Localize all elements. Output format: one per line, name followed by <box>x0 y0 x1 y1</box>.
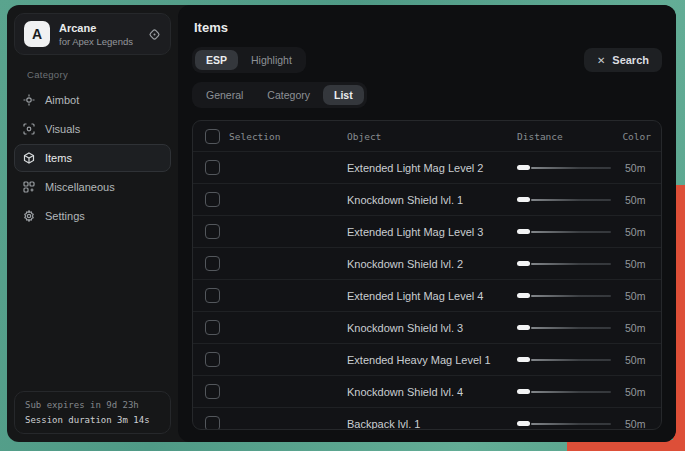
object-name: Extended Light Mag Level 3 <box>347 226 517 238</box>
slider-track <box>531 391 611 393</box>
row-select-cell <box>193 256 229 271</box>
color-cell <box>645 226 662 238</box>
row-checkbox[interactable] <box>205 288 220 303</box>
sidebar-item-label: Items <box>45 152 72 164</box>
app-window: A Arcane for Apex Legends Category Aimbo… <box>7 5 676 442</box>
table-row: Knockdown Shield lvl. 3 50m <box>193 311 661 343</box>
slider-thumb[interactable] <box>517 229 530 234</box>
tab-esp[interactable]: ESP <box>195 50 238 70</box>
slider-thumb[interactable] <box>517 261 530 266</box>
column-header-distance: Distance <box>517 131 615 142</box>
select-all-cell <box>193 129 229 144</box>
distance-slider[interactable] <box>517 195 611 205</box>
distance-slider[interactable] <box>517 323 611 333</box>
slider-thumb[interactable] <box>517 165 530 170</box>
sidebar-menu: Aimbot Visuals Items Miscellaneous <box>13 86 172 230</box>
slider-thumb[interactable] <box>517 357 530 362</box>
distance-slider[interactable] <box>517 291 611 301</box>
row-select-cell <box>193 320 229 335</box>
tab-highlight[interactable]: Highlight <box>240 50 303 70</box>
distance-slider[interactable] <box>517 163 611 173</box>
row-select-cell <box>193 352 229 367</box>
table-row: Backpack lvl. 1 50m <box>193 407 661 430</box>
distance-value: 50m <box>625 354 645 366</box>
row-select-cell <box>193 224 229 239</box>
object-name: Extended Heavy Mag Level 1 <box>347 354 517 366</box>
distance-value: 50m <box>625 162 645 174</box>
slider-thumb[interactable] <box>517 421 530 426</box>
distance-value: 50m <box>625 226 645 238</box>
crosshair-icon <box>23 94 35 106</box>
distance-cell: 50m <box>517 258 645 270</box>
row-checkbox[interactable] <box>205 224 220 239</box>
distance-value: 50m <box>625 258 645 270</box>
slider-track <box>531 295 611 297</box>
distance-slider[interactable] <box>517 259 611 269</box>
distance-slider[interactable] <box>517 419 611 429</box>
table-body: Extended Light Mag Level 2 50m Knockdown… <box>193 151 661 430</box>
table-row: Extended Light Mag Level 2 50m <box>193 151 661 183</box>
table-row: Extended Heavy Mag Level 1 50m <box>193 343 661 375</box>
search-button-label: Search <box>612 54 649 66</box>
color-cell <box>645 322 662 334</box>
app-subtitle: for Apex Legends <box>59 36 139 47</box>
distance-cell: 50m <box>517 162 645 174</box>
slider-track <box>531 423 611 425</box>
page-title: Items <box>194 20 662 35</box>
distance-cell: 50m <box>517 290 645 302</box>
distance-cell: 50m <box>517 322 645 334</box>
sidebar-item-visuals[interactable]: Visuals <box>14 115 171 143</box>
distance-cell: 50m <box>517 386 645 398</box>
slider-thumb[interactable] <box>517 325 530 330</box>
sidebar-item-miscellaneous[interactable]: Miscellaneous <box>14 173 171 201</box>
sidebar-item-settings[interactable]: Settings <box>14 202 171 230</box>
compass-diamond-icon[interactable] <box>148 28 161 41</box>
slider-track <box>531 167 611 169</box>
brand-text: Arcane for Apex Legends <box>59 22 139 47</box>
tab-list[interactable]: List <box>323 85 364 105</box>
sidebar-item-label: Visuals <box>45 123 80 135</box>
slider-thumb[interactable] <box>517 389 530 394</box>
sidebar: A Arcane for Apex Legends Category Aimbo… <box>7 5 178 442</box>
row-checkbox[interactable] <box>205 352 220 367</box>
row-checkbox[interactable] <box>205 256 220 271</box>
sidebar-item-label: Settings <box>45 210 85 222</box>
row-checkbox[interactable] <box>205 160 220 175</box>
session-card: Sub expires in 9d 23h Session duration 3… <box>14 391 171 434</box>
sidebar-item-aimbot[interactable]: Aimbot <box>14 86 171 114</box>
object-name: Extended Light Mag Level 2 <box>347 162 517 174</box>
color-cell <box>645 386 662 398</box>
distance-slider[interactable] <box>517 387 611 397</box>
main-panel: Items ESP Highlight ✕ Search General Cat… <box>178 5 676 442</box>
row-checkbox[interactable] <box>205 384 220 399</box>
sidebar-section-label: Category <box>27 69 172 80</box>
close-icon: ✕ <box>597 55 605 66</box>
distance-slider[interactable] <box>517 227 611 237</box>
search-button[interactable]: ✕ Search <box>584 48 662 72</box>
sidebar-item-items[interactable]: Items <box>14 144 171 172</box>
distance-slider[interactable] <box>517 355 611 365</box>
table-row: Extended Light Mag Level 4 50m <box>193 279 661 311</box>
color-cell <box>645 162 662 174</box>
slider-thumb[interactable] <box>517 293 530 298</box>
select-all-checkbox[interactable] <box>205 129 220 144</box>
color-cell <box>645 258 662 270</box>
scan-eye-icon <box>23 123 35 135</box>
package-box-icon <box>23 152 35 164</box>
slider-thumb[interactable] <box>517 197 530 202</box>
table-header-row: Selection Object Distance Color <box>193 121 661 151</box>
tab-category[interactable]: Category <box>256 85 321 105</box>
color-cell <box>645 418 662 430</box>
mode-tab-group: ESP Highlight <box>192 47 306 73</box>
column-header-object: Object <box>347 131 517 142</box>
row-checkbox[interactable] <box>205 192 220 207</box>
row-select-cell <box>193 288 229 303</box>
tab-general[interactable]: General <box>195 85 254 105</box>
distance-cell: 50m <box>517 354 645 366</box>
column-header-selection: Selection <box>229 131 347 142</box>
color-cell <box>645 354 662 366</box>
row-select-cell <box>193 160 229 175</box>
row-checkbox[interactable] <box>205 416 220 430</box>
row-checkbox[interactable] <box>205 320 220 335</box>
row-select-cell <box>193 384 229 399</box>
